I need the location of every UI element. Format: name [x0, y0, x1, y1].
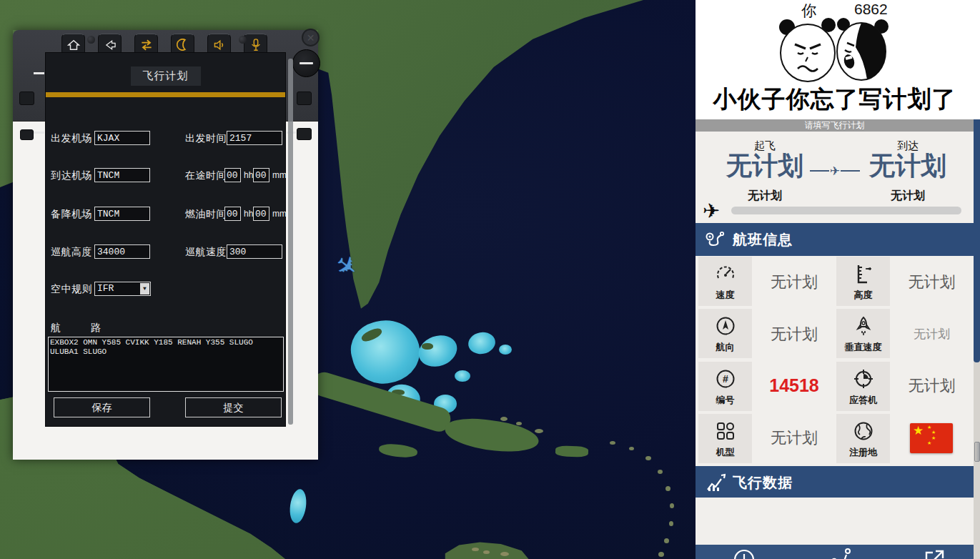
gauge-icon[interactable]	[733, 548, 756, 559]
departure-time-input[interactable]	[227, 131, 282, 145]
progress-plane-icon: ✈	[703, 199, 720, 223]
flight-rules-label: 空中规则	[51, 283, 92, 296]
map-island-hispaniola	[443, 415, 540, 455]
meme-section: 你 6862 小伙子你忘了写计划了	[696, 0, 980, 119]
back-arrow-icon	[104, 39, 117, 51]
bottom-action-bar	[696, 545, 974, 559]
side-button[interactable]	[297, 91, 312, 105]
bezel-camera-dot	[239, 36, 247, 44]
map-island-puerto-rico	[555, 445, 588, 457]
map-bahamas-bank	[414, 330, 461, 372]
arrival-value: 无计划	[847, 149, 969, 184]
route-textarea[interactable]: EXBOX2 OMN Y585 CVIKK Y185 RENAH Y355 SL…	[48, 337, 284, 392]
alternate-airport-input[interactable]	[94, 207, 150, 221]
speed-gauge-icon	[715, 263, 736, 285]
route-pin-icon	[706, 229, 726, 249]
map-bahamas-bank	[455, 370, 470, 382]
cruise-speed-input[interactable]	[227, 244, 282, 259]
registration-cell: 注册地	[836, 414, 890, 463]
alternate-airport-label: 备降机场	[51, 208, 92, 221]
arrival-airport-input[interactable]	[94, 168, 150, 182]
bezel-camera-dot	[87, 36, 95, 44]
minutes-unit-label: mm	[272, 209, 287, 219]
arrival-sub-value: 无计划	[865, 189, 951, 204]
aircraft-type-cell: 机型	[698, 414, 752, 463]
external-link-icon[interactable]	[923, 548, 946, 559]
speed-label: 速度	[698, 289, 752, 302]
panel-scrollbar-thumb[interactable]	[974, 119, 980, 362]
fuel-hours-input[interactable]	[224, 207, 241, 221]
side-button[interactable]	[20, 129, 34, 140]
flight-rules-select[interactable]: IFR ▼	[94, 282, 151, 296]
vertical-speed-label: 垂直速度	[836, 341, 890, 354]
chart-icon	[706, 473, 726, 493]
map-bahamas-bank	[345, 312, 427, 391]
enroute-hours-input[interactable]	[224, 168, 241, 182]
panda-meme-image	[776, 16, 890, 83]
route-label: 航 路	[51, 322, 111, 335]
fuel-time-label: 燃油时间	[185, 208, 227, 221]
hours-unit-label: hh	[244, 170, 253, 180]
departure-airport-input[interactable]	[94, 131, 150, 145]
aircraft-type-grid-icon	[715, 420, 736, 442]
plan-scrollbar[interactable]	[288, 59, 293, 425]
cruise-altitude-input[interactable]	[94, 244, 150, 259]
close-icon: ✕	[307, 32, 315, 44]
cruise-speed-label: 巡航速度	[185, 246, 227, 259]
map-belize-reef	[288, 488, 308, 525]
route-icon[interactable]	[828, 548, 852, 559]
enroute-minutes-input[interactable]	[253, 168, 269, 182]
altitude-value: 无计划	[890, 272, 974, 293]
svg-text:#: #	[723, 373, 728, 385]
transponder-value: 无计划	[890, 375, 974, 397]
departure-sub-value: 无计划	[722, 189, 808, 204]
flight-data-title: 飞行数据	[733, 466, 793, 499]
transponder-target-icon	[853, 368, 874, 390]
flight-number-value: 14518	[752, 375, 836, 396]
route-status-card: 起飞 到达 无计划 ✈ 无计划 无计划 无计划 ✈	[696, 132, 974, 223]
departure-time-label: 出发时间	[185, 132, 227, 145]
meme-caption-text: 小伙子你忘了写计划了	[696, 84, 974, 116]
submit-button[interactable]: 提交	[185, 397, 282, 417]
flight-info-header: 航班信息	[696, 223, 974, 256]
china-flag: ★ ★ ★ ★ ★	[910, 423, 953, 453]
minimize-button[interactable]	[292, 49, 320, 77]
map-island-jamaica	[378, 442, 417, 459]
departure-airport-label: 出发机场	[51, 132, 92, 145]
bezel-mark	[34, 132, 44, 134]
close-button[interactable]: ✕	[302, 29, 320, 46]
chevron-down-icon[interactable]: ▼	[140, 283, 149, 295]
minus-icon	[300, 62, 313, 64]
side-button[interactable]	[19, 91, 34, 105]
scrollbar-spacer	[974, 0, 980, 119]
save-button[interactable]: 保存	[54, 397, 150, 417]
flight-plan-title: 飞行计划	[131, 66, 201, 86]
altitude-cell: 高度	[836, 257, 890, 306]
flight-plan-form: 飞行计划 出发机场 出发时间 到达机场 在途时间 hh mm 备降机场 燃油时间…	[45, 52, 286, 427]
fuel-minutes-input[interactable]	[253, 207, 269, 221]
vertical-speed-rocket-icon	[853, 315, 874, 337]
side-button[interactable]	[297, 128, 312, 140]
vertical-speed-cell: 垂直速度	[836, 309, 890, 358]
gold-divider-bar	[46, 92, 285, 97]
speed-value: 无计划	[752, 272, 836, 293]
flight-plan-window: ✕ 飞行计划 出发机场 出发时间 到达机场 在途时间 hh mm	[13, 30, 318, 460]
map-bahamas-bank	[467, 330, 498, 356]
flight-number-cell: # 编号	[698, 362, 752, 411]
scrollbar-thumb-secondary[interactable]	[974, 442, 980, 462]
heading-compass-icon	[715, 315, 736, 337]
registration-label: 注册地	[836, 446, 890, 459]
flight-progress-bar	[731, 207, 961, 214]
microphone-icon	[251, 39, 261, 51]
speaker-icon	[213, 39, 226, 51]
registration-globe-icon	[853, 420, 874, 442]
departure-value: 无计划	[704, 149, 826, 184]
speed-cell: 速度	[698, 257, 752, 306]
minutes-unit-label: mm	[272, 170, 287, 180]
cruise-altitude-label: 巡航高度	[51, 246, 92, 259]
plane-icon: ✈	[829, 164, 841, 178]
heading-label: 航向	[698, 341, 752, 354]
flight-data-header: 飞行数据	[696, 466, 974, 498]
heading-value: 无计划	[752, 324, 836, 345]
crescent-moon-icon	[177, 39, 189, 51]
